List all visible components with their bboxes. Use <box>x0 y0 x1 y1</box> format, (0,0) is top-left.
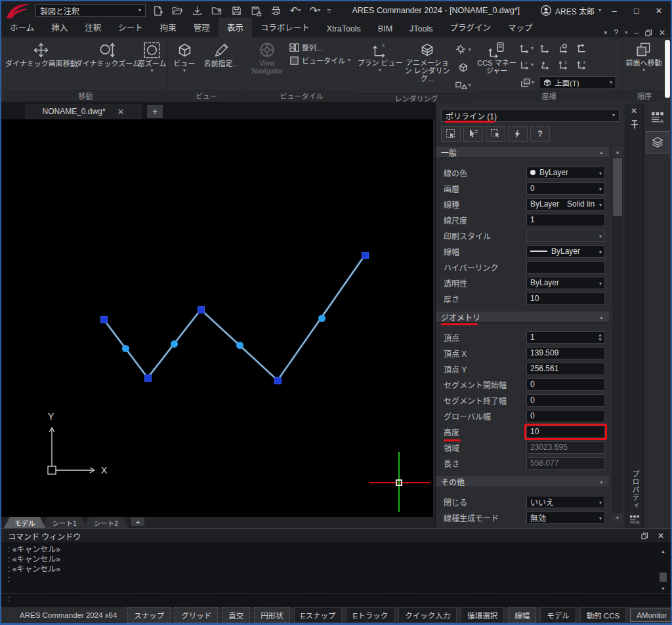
chevron-down-icon[interactable]: ▾ <box>598 8 601 13</box>
layer-select[interactable]: 0▾ <box>526 182 605 195</box>
hyperlink-input[interactable] <box>526 261 605 273</box>
segment-end-width-input[interactable]: 0 <box>526 394 605 407</box>
midpoint-grip[interactable] <box>122 345 129 352</box>
linetype-select[interactable]: ByLayerSolid lin▾ <box>526 198 605 211</box>
vertex-grip[interactable] <box>362 252 369 259</box>
redo-button[interactable]: ↷▾ <box>307 3 323 18</box>
help-button[interactable]: ? <box>614 28 618 37</box>
close-button[interactable]: ✕ <box>650 3 668 18</box>
closed-select[interactable]: いいえ▾ <box>526 496 605 508</box>
add-sheet-button[interactable]: + <box>131 517 144 526</box>
line-color-select[interactable]: ByLayer▾ <box>526 167 605 179</box>
entity-type-select[interactable]: ポリライン (1) ▾ <box>441 109 620 122</box>
toggle-lineweight[interactable]: 線幅 <box>508 607 536 623</box>
lineweight-select[interactable]: ByLayer▾ <box>526 245 605 258</box>
linetype-scale-input[interactable]: 1 <box>526 214 605 226</box>
tab-constraints[interactable]: 拘束 <box>152 18 185 37</box>
section-geometry[interactable]: ジオメトリ ▲ <box>436 312 609 323</box>
vertex-grip[interactable] <box>144 374 152 382</box>
view-button[interactable]: ビュー ▾ <box>169 39 200 73</box>
view-orientation-select[interactable]: 上面(T) ▾ <box>539 76 616 89</box>
tab-sheet[interactable]: シート <box>110 18 152 37</box>
select-entities-button[interactable] <box>441 126 461 142</box>
scrollbar-thumb[interactable] <box>613 158 622 216</box>
ccs-2point-button[interactable]: 2 <box>554 56 572 73</box>
document-tab-close-icon[interactable]: ✕ <box>117 107 125 117</box>
open-button[interactable] <box>169 3 185 18</box>
named-view-button[interactable]: 名前指定... <box>200 39 243 68</box>
tab-manage[interactable]: 管理 <box>185 18 219 37</box>
linetype-generation-select[interactable]: 無効▾ <box>526 512 605 524</box>
new-document-tab-button[interactable]: + <box>147 105 163 118</box>
ccs-icon-display-button[interactable]: ▾ <box>517 74 537 91</box>
tab-layers-palette[interactable] <box>646 131 669 153</box>
animation-rendering-button[interactable]: アニメーション レンダリング... <box>400 39 454 83</box>
toggle-amonitor[interactable]: AMonitor <box>630 609 671 622</box>
thickness-input[interactable]: 10 <box>526 292 605 305</box>
segment-start-width-input[interactable]: 0 <box>526 378 605 391</box>
pin-icon[interactable] <box>630 119 639 130</box>
import-button[interactable] <box>209 3 224 18</box>
tab-insert[interactable]: 挿入 <box>43 18 76 37</box>
ccs-3point-button[interactable]: c▾ <box>517 56 536 73</box>
vertex-grip[interactable] <box>274 377 282 384</box>
scroll-down-icon[interactable]: ▼ <box>612 513 623 523</box>
sheet-tab-1[interactable]: シート1 <box>42 517 87 528</box>
align-button[interactable]: 整列... <box>287 41 352 54</box>
minimize-button[interactable]: – <box>605 3 623 18</box>
quick-select-button[interactable] <box>508 126 528 142</box>
undo-button[interactable]: ↶▾ <box>287 3 303 18</box>
command-input[interactable]: : <box>1 593 671 604</box>
global-width-input[interactable]: 0 <box>526 410 605 422</box>
qat-more-icon[interactable]: ≡ <box>327 7 331 14</box>
render-settings-button[interactable]: ▾ <box>454 77 472 93</box>
restore-icon[interactable] <box>641 533 648 540</box>
command-window-header[interactable]: コマンド ウィンドウ ✕ <box>1 529 671 542</box>
midpoint-grip[interactable] <box>318 315 326 322</box>
scroll-up-icon[interactable]: ▲ <box>612 147 623 157</box>
chevron-down-icon[interactable]: ▾ <box>625 30 627 35</box>
drawing-canvas[interactable]: Y X <box>1 119 433 517</box>
ccs-world-button[interactable]: ▾ <box>517 40 536 56</box>
vertex-x-input[interactable]: 139.509 <box>526 347 605 359</box>
ccs-manager-button[interactable]: CCS マネージャー <box>476 39 517 75</box>
midpoint-grip[interactable] <box>171 340 178 348</box>
tab-home[interactable]: ホーム <box>1 18 43 37</box>
section-other[interactable]: その他 ▲ <box>436 476 609 487</box>
lighting-button[interactable]: ▾ <box>454 41 472 58</box>
save-button[interactable] <box>228 3 244 18</box>
user-name[interactable]: ARES 太郎 <box>555 5 595 16</box>
ribbon-collapse-icon[interactable]: ▾ <box>604 30 607 36</box>
print-button[interactable] <box>268 3 284 18</box>
doc-minimize-button[interactable]: – <box>634 28 639 37</box>
properties-scrollbar[interactable]: ▲ ▼ <box>612 147 623 523</box>
toggle-snap[interactable]: スナップ <box>127 607 171 623</box>
selected-polyline[interactable] <box>104 255 365 380</box>
save-as-button[interactable] <box>248 3 264 18</box>
command-scrollbar[interactable]: ▲ ▼ <box>658 546 668 594</box>
plan-view-button[interactable]: c プラン ビュー ▾ <box>360 39 400 73</box>
vertex-grip[interactable] <box>198 306 205 313</box>
transparency-select[interactable]: ByLayer▾ <box>526 277 605 289</box>
tab-bim[interactable]: BIM <box>369 21 401 37</box>
doc-close-button[interactable]: ✕ <box>659 28 665 37</box>
properties-palette-icon[interactable]: A <box>629 515 640 524</box>
sheet-tab-model[interactable]: モデル <box>4 517 46 528</box>
ccs-rotate-button[interactable] <box>536 56 554 73</box>
elevation-input[interactable]: 10 <box>526 426 605 438</box>
toggle-dynamic-ccs[interactable]: 動的 CCS <box>580 607 626 623</box>
toggle-ortho[interactable]: 直交 <box>222 607 250 623</box>
bring-to-front-button[interactable]: 前面へ移動 ▾ <box>625 39 663 73</box>
vertex-spinner[interactable]: 1▲▼ <box>526 331 605 344</box>
dynamic-zoom-button[interactable]: ダイナミックズーム <box>77 39 138 68</box>
sheet-tab-2[interactable]: シート2 <box>83 517 129 528</box>
tab-jtools[interactable]: JTools <box>401 21 441 37</box>
vertex-grip[interactable] <box>100 316 108 323</box>
toggle-etrack[interactable]: Eトラック <box>346 607 394 623</box>
ccs-zaxis-button[interactable]: 3 <box>572 56 591 73</box>
tab-plugins[interactable]: プラグイン <box>442 18 500 37</box>
ccs-object-button[interactable] <box>554 40 572 56</box>
command-close-button[interactable]: ✕ <box>658 531 664 540</box>
section-general[interactable]: 一般 ▲ <box>436 147 609 158</box>
toggle-model[interactable]: モデル <box>540 607 576 623</box>
